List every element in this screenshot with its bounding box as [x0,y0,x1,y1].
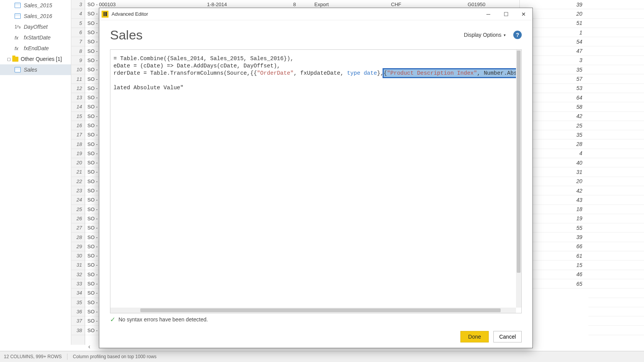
row-number[interactable]: 30 [71,251,85,260]
query-label: Sales_2015 [24,2,52,8]
query-item[interactable]: fx fxStartDate [0,32,71,43]
minimize-button[interactable]: ─ [480,8,497,20]
row-number[interactable]: 9 [71,56,85,65]
query-label: Sales_2016 [24,13,52,19]
query-item[interactable]: 1²₃ DayOffset [0,21,71,32]
advanced-editor-dialog: Advanced Editor ─ ☐ ✕ Sales Display Opti… [99,8,533,348]
powerbi-icon [102,11,108,18]
row-number[interactable]: 12 [71,84,85,93]
status-bar: 12 COLUMNS, 999+ ROWS Column profiling b… [0,351,644,362]
row-number[interactable]: 7 [71,37,85,46]
syntax-status: ✓ No syntax errors have been detected. [99,313,532,326]
syntax-status-text: No syntax errors have been detected. [118,316,208,323]
query-item[interactable]: Sales_2015 [0,0,71,11]
row-number[interactable]: 10 [71,65,85,74]
code-content[interactable]: = Table.Combine({Sales_2014, Sales_2015,… [110,50,516,308]
table-icon [15,67,21,72]
status-columns: 12 COLUMNS, 999+ ROWS [4,354,62,359]
row-number[interactable]: 8 [71,46,85,56]
horizontal-scrollbar[interactable] [110,308,516,313]
query-item-sales[interactable]: Sales [0,64,71,75]
row-number[interactable]: 17 [71,130,85,139]
vertical-scrollbar[interactable] [516,50,521,308]
row-number[interactable]: 38 [71,326,85,335]
display-options-dropdown[interactable]: Display Options ▾ [464,32,506,38]
caret-down-icon: ▢ [7,57,11,62]
cancel-button[interactable]: Cancel [493,331,522,342]
row-number[interactable]: 24 [71,195,85,205]
query-label: fxStartDate [24,34,51,41]
row-number[interactable]: 28 [71,233,85,242]
query-item[interactable]: Sales_2016 [0,11,71,21]
row-number[interactable]: 20 [71,158,85,167]
row-number[interactable]: 13 [71,93,85,102]
row-number[interactable]: 33 [71,279,85,288]
row-number[interactable]: 32 [71,270,85,279]
row-number[interactable]: 21 [71,167,85,177]
code-editor[interactable]: = Table.Combine({Sales_2014, Sales_2015,… [110,49,522,313]
query-group[interactable]: ▢ Other Queries [1] [0,54,71,64]
row-number[interactable]: 26 [71,214,85,223]
row-number[interactable]: 27 [71,223,85,233]
help-icon[interactable]: ? [513,31,522,39]
query-heading: Sales [110,28,464,43]
row-number[interactable]: 25 [71,205,85,214]
row-number[interactable]: 23 [71,186,85,195]
table-icon [15,13,21,19]
table-icon [15,3,21,8]
query-group-label: Other Queries [1] [21,56,62,62]
row-number[interactable]: 22 [71,177,85,186]
fx-icon: fx [15,35,21,41]
maximize-button[interactable]: ☐ [497,8,515,20]
separator [67,354,67,360]
row-number[interactable]: 36 [71,307,85,316]
row-number[interactable]: 14 [71,102,85,111]
fx-icon: fx [15,46,21,51]
scroll-thumb[interactable] [517,51,521,273]
dialog-title: Advanced Editor [112,11,148,17]
row-number[interactable]: 35 [71,298,85,307]
display-options-label: Display Options [464,32,501,38]
scroll-left-button[interactable]: ‹ [85,343,94,351]
row-number[interactable]: 29 [71,242,85,251]
row-number[interactable]: 16 [71,121,85,130]
row-number[interactable]: 18 [71,139,85,149]
chevron-down-icon: ▾ [504,33,506,37]
row-number[interactable]: 6 [71,28,85,37]
row-number[interactable]: 4 [71,9,85,18]
dialog-buttons: Done Cancel [99,326,532,348]
query-label: DayOffset [24,24,48,30]
row-number[interactable]: 3 [71,0,85,9]
query-label: Sales [24,67,37,73]
folder-icon [12,57,18,62]
row-number[interactable]: 5 [71,19,85,28]
done-button[interactable]: Done [460,331,489,342]
query-label: fxEndDate [24,45,49,51]
scroll-thumb[interactable] [140,308,501,312]
dialog-header: Sales Display Options ▾ ? [99,20,532,49]
row-number[interactable]: 31 [71,260,85,270]
dialog-titlebar[interactable]: Advanced Editor ─ ☐ ✕ [99,8,532,20]
row-number[interactable]: 19 [71,149,85,158]
row-number-column: 3456789101112131415161718192021222324252… [71,0,85,345]
close-button[interactable]: ✕ [515,8,532,20]
query-item[interactable]: fx fxEndDate [0,43,71,54]
status-profiling: Column profiling based on top 1000 rows [73,354,156,359]
check-icon: ✓ [110,316,115,324]
row-number[interactable]: 37 [71,316,85,326]
row-number[interactable]: 15 [71,112,85,121]
row-number[interactable]: 34 [71,288,85,298]
selected-code: {"Product Description Index", Number.Abs… [384,69,516,77]
row-number[interactable]: 11 [71,74,85,84]
number-icon: 1²₃ [15,24,21,29]
queries-panel: Sales_2015 Sales_2016 1²₃ DayOffset fx f… [0,0,71,345]
